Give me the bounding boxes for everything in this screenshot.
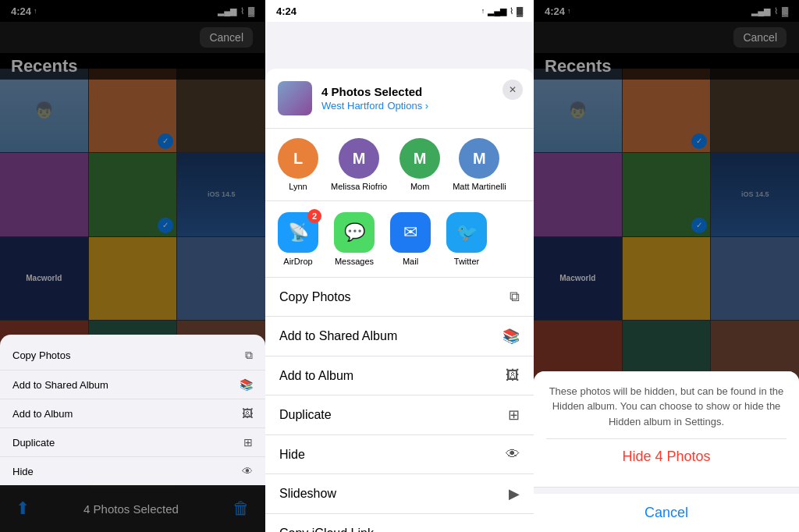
center-status-icons: ↑ ▂▄▆ ⌇ ▓ — [481, 6, 523, 16]
contact-name-3: Matt Martinelli — [453, 182, 506, 191]
center-status-bar: 4:24 ↑ ▂▄▆ ⌇ ▓ — [265, 0, 534, 22]
mini-sheet-item-2[interactable]: Add to Album🖼 — [0, 399, 265, 428]
action-item-2[interactable]: Add to Album🖼 — [265, 356, 534, 395]
mini-item-icon-2: 🖼 — [242, 407, 253, 420]
action-icon-5: ▶ — [509, 485, 520, 502]
airdrop-icon: 📡2 — [278, 212, 318, 253]
app-item-twitter[interactable]: 🐦Twitter — [446, 212, 487, 266]
share-close-button[interactable]: ✕ — [502, 80, 523, 100]
mini-item-label-0: Copy Photos — [12, 349, 70, 361]
action-icon-0: ⧉ — [510, 289, 520, 305]
action-label-1: Add to Shared Album — [279, 329, 397, 343]
mini-item-label-3: Duplicate — [12, 437, 55, 449]
left-panel: 4:24 ↑ ▂▄▆ ⌇ ▓ Cancel Recents 👦✓✓iOS 14.… — [0, 0, 265, 532]
twitter-icon: 🐦 — [446, 212, 487, 253]
hide-confirm-button[interactable]: Hide 4 Photos — [546, 438, 787, 474]
mini-item-icon-1: 📚 — [240, 378, 253, 391]
mini-item-icon-0: ⧉ — [245, 349, 253, 362]
center-location-icon: ↑ — [481, 7, 485, 15]
mini-sheet-item-4[interactable]: Hide👁 — [0, 457, 265, 485]
action-item-3[interactable]: Duplicate⊞ — [265, 395, 534, 435]
mini-item-label-1: Add to Shared Album — [12, 379, 108, 391]
messages-icon: 💬 — [334, 212, 375, 253]
contact-item-1[interactable]: MMelissa Riofrio — [331, 138, 387, 191]
action-label-4: Hide — [279, 448, 305, 462]
share-header: 4 Photos Selected West Hartford Options … — [265, 69, 534, 129]
mini-sheet-item-0[interactable]: Copy Photos⧉ — [0, 341, 265, 371]
action-item-1[interactable]: Add to Shared Album📚 — [265, 317, 534, 356]
action-icon-3: ⊞ — [508, 406, 520, 424]
action-label-3: Duplicate — [279, 408, 332, 422]
mini-sheet-item-1[interactable]: Add to Shared Album📚 — [0, 371, 265, 399]
share-title: 4 Photos Selected — [321, 85, 428, 98]
hide-confirm-content: These photos will be hidden, but can be … — [534, 371, 799, 488]
center-battery-icon: ▓ — [517, 6, 523, 16]
share-thumb — [278, 81, 312, 115]
action-icon-2: 🖼 — [506, 367, 520, 384]
app-label-3: Twitter — [454, 257, 479, 266]
action-icon-4: 👁 — [506, 446, 520, 463]
contact-name-2: Mom — [410, 182, 429, 191]
mini-item-label-4: Hide — [12, 466, 34, 477]
contact-avatar-3: M — [459, 138, 499, 179]
app-item-airdrop[interactable]: 📡2AirDrop — [278, 212, 318, 266]
contact-item-0[interactable]: LLynn — [278, 138, 318, 191]
app-item-messages[interactable]: 💬Messages — [334, 212, 375, 266]
mail-icon: ✉ — [390, 212, 431, 253]
action-item-5[interactable]: Slideshow▶ — [265, 474, 534, 514]
contact-avatar-0: L — [278, 138, 318, 179]
badge-airdrop: 2 — [307, 209, 321, 223]
apps-row: 📡2AirDrop💬Messages✉Mail🐦Twitter — [265, 201, 534, 278]
share-sheet: 4:24 ↑ ▂▄▆ ⌇ ▓ 4 Photos Selected West Ha… — [265, 0, 534, 532]
actions-list: Copy Photos⧉Add to Shared Album📚Add to A… — [265, 278, 534, 532]
left-phone-screen: 4:24 ↑ ▂▄▆ ⌇ ▓ Cancel Recents 👦✓✓iOS 14.… — [0, 0, 265, 532]
contact-name-1: Melissa Riofrio — [331, 182, 387, 191]
hide-confirm-message: These photos will be hidden, but can be … — [546, 384, 787, 430]
action-label-2: Add to Album — [279, 369, 353, 383]
mini-sheet-item-3[interactable]: Duplicate⊞ — [0, 428, 265, 457]
center-panel: 4:24 ↑ ▂▄▆ ⌇ ▓ 4 Photos Selected West Ha… — [265, 0, 534, 532]
app-item-mail[interactable]: ✉Mail — [390, 212, 431, 266]
center-time: 4:24 — [276, 5, 297, 17]
right-phone-screen: 4:24 ↑ ▂▄▆ ⌇ ▓ Cancel Recents 👦✓✓iOS 14.… — [534, 0, 799, 532]
contact-avatar-2: M — [400, 138, 440, 179]
contact-name-0: Lynn — [289, 182, 307, 191]
share-header-info: 4 Photos Selected West Hartford Options … — [321, 85, 428, 112]
action-icon-1: 📚 — [502, 328, 520, 345]
mini-item-icon-4: 👁 — [242, 465, 253, 477]
contact-item-3[interactable]: MMatt Martinelli — [453, 138, 506, 191]
action-item-6[interactable]: Copy iCloud Link☁ — [265, 514, 534, 532]
app-label-1: Messages — [335, 257, 374, 266]
action-item-0[interactable]: Copy Photos⧉ — [265, 278, 534, 317]
app-label-2: Mail — [403, 257, 418, 266]
center-signal-icon: ▂▄▆ — [488, 6, 506, 16]
contacts-row: LLynnMMelissa RiofrioMMomMMatt Martinell… — [265, 129, 534, 201]
action-icon-6: ☁ — [506, 525, 520, 532]
share-location: West Hartford Options › — [321, 98, 428, 112]
right-panel: 4:24 ↑ ▂▄▆ ⌇ ▓ Cancel Recents 👦✓✓iOS 14.… — [534, 0, 799, 532]
action-item-4[interactable]: Hide👁 — [265, 435, 534, 474]
mini-item-icon-3: ⊞ — [243, 436, 253, 449]
hide-cancel-button[interactable]: Cancel — [534, 494, 799, 532]
mini-item-label-2: Add to Album — [12, 408, 73, 420]
contact-avatar-1: M — [339, 138, 379, 179]
action-label-0: Copy Photos — [279, 290, 351, 304]
left-mini-share-sheet[interactable]: Copy Photos⧉Add to Shared Album📚Add to A… — [0, 335, 265, 485]
action-label-6: Copy iCloud Link — [279, 527, 374, 532]
hide-confirm-sheet: These photos will be hidden, but can be … — [534, 371, 799, 533]
center-wifi-icon: ⌇ — [510, 6, 513, 16]
action-label-5: Slideshow — [279, 487, 336, 501]
app-label-0: AirDrop — [283, 257, 312, 266]
contact-item-2[interactable]: MMom — [400, 138, 440, 191]
